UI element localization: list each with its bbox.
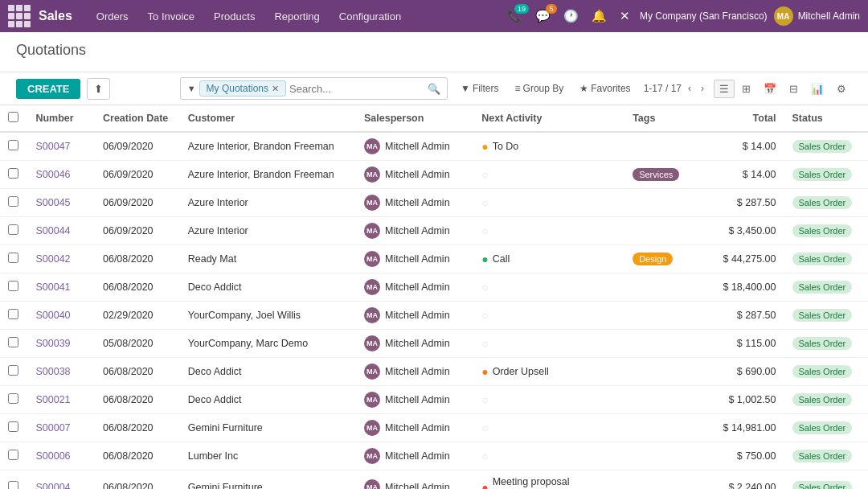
record-number[interactable]: S00042 <box>35 253 70 265</box>
customer-cell[interactable]: YourCompany, Joel Willis <box>180 302 356 330</box>
row-checkbox[interactable] <box>8 393 18 404</box>
close-icon-btn[interactable]: ✕ <box>616 6 633 27</box>
record-number-cell[interactable]: S00040 <box>27 302 95 330</box>
row-checkbox-cell[interactable] <box>0 442 27 471</box>
customer-cell[interactable]: Gemini Furniture <box>180 414 356 442</box>
search-icon[interactable]: 🔍 <box>428 83 440 95</box>
customer-cell[interactable]: Ready Mat <box>180 245 356 273</box>
record-number[interactable]: S00021 <box>35 394 70 405</box>
record-number-cell[interactable]: S00046 <box>27 161 95 189</box>
row-checkbox-cell[interactable] <box>0 161 27 189</box>
list-view-icon[interactable]: ☰ <box>714 80 735 98</box>
search-filter-tag[interactable]: My Quotations ✕ <box>199 80 286 97</box>
col-header-salesperson[interactable]: Salesperson <box>356 105 473 132</box>
row-checkbox-cell[interactable] <box>0 132 27 161</box>
row-checkbox-cell[interactable] <box>0 386 27 414</box>
row-checkbox[interactable] <box>8 481 18 489</box>
row-checkbox[interactable] <box>8 168 18 179</box>
row-checkbox-cell[interactable] <box>0 330 27 358</box>
row-checkbox[interactable] <box>8 421 18 432</box>
customer-cell[interactable]: YourCompany, Marc Demo <box>180 330 356 358</box>
customer-cell[interactable]: Azure Interior <box>180 189 356 217</box>
record-number[interactable]: S00007 <box>35 422 70 434</box>
prev-page-button[interactable]: ‹ <box>685 81 694 96</box>
col-header-tags[interactable]: Tags <box>624 105 708 132</box>
record-number[interactable]: S00040 <box>35 310 70 321</box>
record-number[interactable]: S00046 <box>35 169 70 180</box>
row-checkbox-cell[interactable] <box>0 189 27 217</box>
record-number-cell[interactable]: S00044 <box>27 217 95 245</box>
row-checkbox[interactable] <box>8 309 18 319</box>
clock-icon-btn[interactable]: 🕐 <box>560 6 582 27</box>
calendar-view-icon[interactable]: 📅 <box>758 80 782 98</box>
record-number-cell[interactable]: S00004 <box>27 471 95 490</box>
customer-cell[interactable]: Azure Interior, Brandon Freeman <box>180 132 356 161</box>
col-header-number[interactable]: Number <box>27 105 95 132</box>
pivot-view-icon[interactable]: ⊟ <box>784 80 804 98</box>
chat-icon-btn[interactable]: 💬5 <box>532 6 554 27</box>
phone-icon-btn[interactable]: 📞19 <box>504 6 526 27</box>
record-number[interactable]: S00038 <box>35 366 70 377</box>
row-checkbox-cell[interactable] <box>0 414 27 442</box>
record-number-cell[interactable]: S00006 <box>27 442 95 471</box>
search-input[interactable] <box>289 83 424 95</box>
col-header-date[interactable]: Creation Date <box>95 105 180 132</box>
nav-products[interactable]: Products <box>206 6 263 27</box>
nav-to-invoice[interactable]: To Invoice <box>140 6 203 27</box>
record-number[interactable]: S00039 <box>35 338 70 349</box>
customer-cell[interactable]: Lumber Inc <box>180 442 356 471</box>
row-checkbox[interactable] <box>8 365 18 376</box>
record-number-cell[interactable]: S00007 <box>27 414 95 442</box>
row-checkbox-cell[interactable] <box>0 273 27 302</box>
row-checkbox-cell[interactable] <box>0 302 27 330</box>
row-checkbox[interactable] <box>8 224 18 235</box>
graph-view-icon[interactable]: 📊 <box>805 80 829 98</box>
record-number-cell[interactable]: S00039 <box>27 330 95 358</box>
record-number-cell[interactable]: S00021 <box>27 386 95 414</box>
nav-reporting[interactable]: Reporting <box>266 6 327 27</box>
customer-cell[interactable]: Deco Addict <box>180 273 356 302</box>
col-header-customer[interactable]: Customer <box>180 105 356 132</box>
row-checkbox-cell[interactable] <box>0 471 27 490</box>
filters-button[interactable]: ▼ Filters <box>454 80 506 97</box>
col-header-status[interactable]: Status <box>784 105 868 132</box>
user-menu[interactable]: MA Mitchell Admin <box>774 6 860 26</box>
kanban-view-icon[interactable]: ⊞ <box>736 80 756 98</box>
nav-configuration[interactable]: Configuration <box>331 6 409 27</box>
settings-view-icon[interactable]: ⚙ <box>831 80 852 98</box>
record-number-cell[interactable]: S00041 <box>27 273 95 302</box>
bell-icon-btn[interactable]: 🔔 <box>588 6 610 27</box>
record-number-cell[interactable]: S00038 <box>27 358 95 386</box>
apps-menu-icon[interactable] <box>8 5 31 27</box>
record-number[interactable]: S00004 <box>35 482 70 489</box>
row-checkbox[interactable] <box>8 196 18 207</box>
select-all-checkbox[interactable] <box>8 112 18 122</box>
row-checkbox[interactable] <box>8 337 18 347</box>
nav-orders[interactable]: Orders <box>88 6 137 27</box>
col-header-total[interactable]: Total <box>709 105 784 132</box>
record-number[interactable]: S00044 <box>35 225 70 236</box>
row-checkbox[interactable] <box>8 450 18 460</box>
customer-cell[interactable]: Deco Addict <box>180 386 356 414</box>
row-checkbox[interactable] <box>8 253 18 263</box>
customer-cell[interactable]: Deco Addict <box>180 358 356 386</box>
group-by-button[interactable]: ≡ Group By <box>509 80 571 97</box>
record-number[interactable]: S00041 <box>35 281 70 293</box>
record-number[interactable]: S00006 <box>35 450 70 462</box>
record-number-cell[interactable]: S00045 <box>27 189 95 217</box>
col-header-activity[interactable]: Next Activity <box>473 105 624 132</box>
next-page-button[interactable]: › <box>698 81 707 96</box>
record-number[interactable]: S00045 <box>35 197 70 208</box>
record-number[interactable]: S00047 <box>35 141 70 152</box>
row-checkbox[interactable] <box>8 140 18 150</box>
row-checkbox[interactable] <box>8 281 18 291</box>
customer-cell[interactable]: Azure Interior, Brandon Freeman <box>180 161 356 189</box>
row-checkbox-cell[interactable] <box>0 217 27 245</box>
upload-button[interactable]: ⬆ <box>87 78 110 100</box>
favorites-button[interactable]: ★ Favorites <box>573 80 637 97</box>
record-number-cell[interactable]: S00047 <box>27 132 95 161</box>
record-number-cell[interactable]: S00042 <box>27 245 95 273</box>
select-all-header[interactable] <box>0 105 27 132</box>
row-checkbox-cell[interactable] <box>0 358 27 386</box>
app-title[interactable]: Sales <box>39 9 72 23</box>
